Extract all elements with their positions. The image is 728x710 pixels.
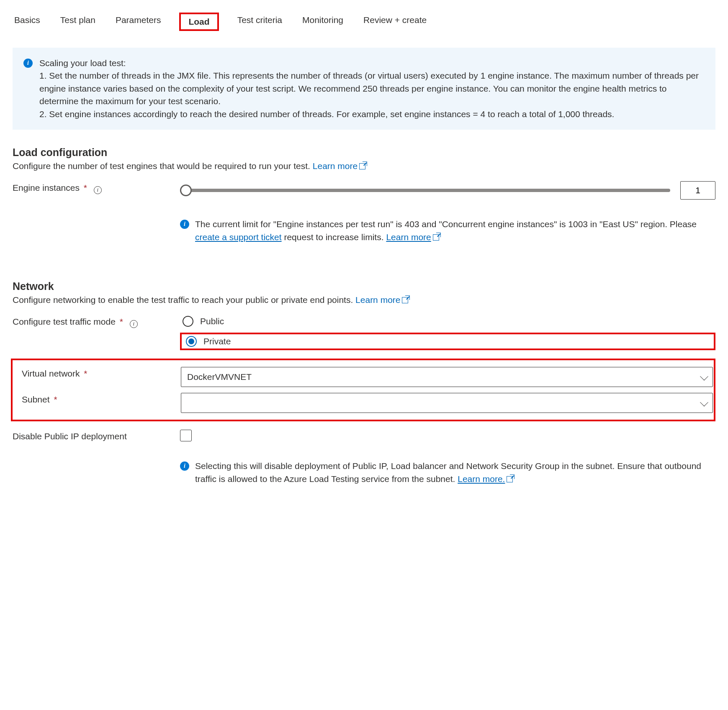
engine-instances-slider[interactable] bbox=[180, 185, 670, 196]
scaling-info-box: i Scaling your load test: 1. Set the num… bbox=[13, 48, 715, 130]
scaling-step1: 1. Set the number of threads in the JMX … bbox=[39, 69, 705, 108]
required-marker: * bbox=[54, 395, 57, 404]
required-marker: * bbox=[84, 369, 87, 378]
disable-public-ip-checkbox[interactable] bbox=[180, 430, 192, 441]
tab-load[interactable]: Load bbox=[179, 13, 219, 31]
slider-thumb[interactable] bbox=[180, 185, 192, 196]
required-marker: * bbox=[84, 183, 87, 192]
tab-monitoring[interactable]: Monitoring bbox=[301, 13, 345, 31]
info-icon: i bbox=[23, 59, 33, 68]
traffic-mode-private-radio[interactable]: Private bbox=[183, 335, 233, 348]
tab-test-plan[interactable]: Test plan bbox=[59, 13, 97, 31]
traffic-mode-help-icon[interactable]: i bbox=[130, 320, 138, 328]
engine-instances-label: Engine instances bbox=[13, 183, 80, 192]
engine-limit-learn-more-link[interactable]: Learn more bbox=[386, 232, 439, 242]
scaling-title: Scaling your load test: bbox=[39, 57, 705, 69]
network-title: Network bbox=[13, 280, 715, 292]
network-learn-more-link[interactable]: Learn more bbox=[355, 295, 408, 305]
engine-instances-input[interactable] bbox=[680, 181, 715, 200]
info-icon: i bbox=[180, 461, 189, 471]
tab-basics[interactable]: Basics bbox=[13, 13, 42, 31]
load-config-title: Load configuration bbox=[13, 146, 715, 159]
tab-parameters[interactable]: Parameters bbox=[114, 13, 163, 31]
traffic-mode-private-label: Private bbox=[203, 336, 231, 346]
disable-public-ip-label: Disable Public IP deployment bbox=[13, 431, 127, 441]
required-marker: * bbox=[120, 317, 123, 326]
network-desc: Configure networking to enable the test … bbox=[13, 295, 715, 305]
tab-bar: Basics Test plan Parameters Load Test cr… bbox=[13, 13, 715, 31]
traffic-mode-public-label: Public bbox=[200, 316, 224, 326]
traffic-mode-label: Configure test traffic mode bbox=[13, 317, 116, 326]
load-config-desc: Configure the number of test engines tha… bbox=[13, 161, 715, 171]
external-link-icon bbox=[433, 234, 439, 241]
virtual-network-label: Virtual network bbox=[22, 369, 80, 378]
virtual-network-select[interactable]: DockerVMVNET bbox=[181, 367, 713, 387]
tab-test-criteria[interactable]: Test criteria bbox=[236, 13, 284, 31]
external-link-icon bbox=[359, 163, 365, 169]
subnet-select[interactable] bbox=[181, 393, 713, 413]
external-link-icon bbox=[402, 297, 408, 303]
info-icon: i bbox=[180, 220, 189, 229]
subnet-label: Subnet bbox=[22, 395, 50, 404]
create-support-ticket-link[interactable]: create a support ticket bbox=[195, 232, 282, 242]
engine-limit-text: The current limit for "Engine instances … bbox=[195, 218, 715, 244]
disable-public-ip-info: Selecting this will disable deployment o… bbox=[195, 460, 715, 485]
engine-instances-help-icon[interactable]: i bbox=[94, 186, 102, 194]
traffic-mode-public-radio[interactable]: Public bbox=[180, 315, 715, 328]
load-config-learn-more-link[interactable]: Learn more bbox=[313, 161, 365, 171]
scaling-step2: 2. Set engine instances accordingly to r… bbox=[39, 108, 705, 120]
external-link-icon bbox=[507, 476, 513, 482]
tab-review-create[interactable]: Review + create bbox=[362, 13, 428, 31]
disable-public-ip-learn-more-link[interactable]: Learn more. bbox=[458, 474, 513, 484]
